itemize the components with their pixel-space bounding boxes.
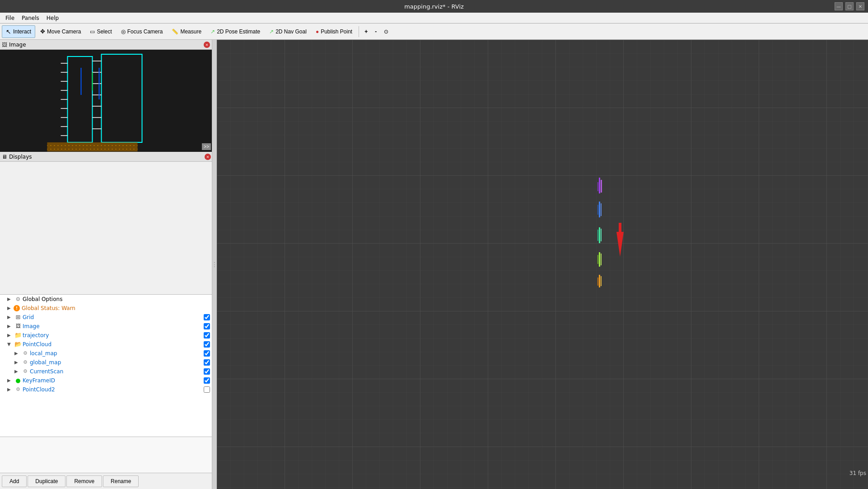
maximize-button[interactable]: □ bbox=[845, 2, 854, 10]
display-item-grid[interactable]: ▶ ⊞ Grid bbox=[0, 313, 212, 322]
measure-button[interactable]: 📏 Measure bbox=[168, 25, 205, 38]
svg-rect-34 bbox=[601, 229, 602, 241]
toggle-grid[interactable]: ▶ bbox=[7, 314, 14, 320]
label-currentscan: CurrentScan bbox=[30, 368, 204, 375]
image-panel-title: Image bbox=[9, 42, 26, 48]
grid-icon: ⊞ bbox=[14, 314, 22, 321]
toggle-pointcloud[interactable]: ▼ bbox=[7, 341, 14, 348]
svg-rect-40 bbox=[601, 276, 602, 286]
checkbox-image[interactable] bbox=[204, 323, 210, 329]
checkbox-grid[interactable] bbox=[204, 314, 210, 320]
label-pointcloud: PointCloud bbox=[23, 341, 204, 348]
titlebar: mapping.rviz* - RViz — □ ✕ bbox=[0, 0, 868, 13]
checkbox-keyframeid[interactable] bbox=[204, 377, 210, 384]
remove-button[interactable]: Remove bbox=[66, 475, 102, 487]
toggle-trajectory[interactable]: ▶ bbox=[7, 332, 14, 339]
display-item-global-status[interactable]: ▶ ! Global Status: Warn bbox=[0, 304, 212, 313]
display-item-pointcloud[interactable]: ▼ 📂 PointCloud bbox=[0, 340, 212, 349]
displays-panel-header: 🖥 Displays × bbox=[0, 152, 212, 162]
checkbox-trajectory[interactable] bbox=[204, 332, 210, 339]
toggle-image[interactable]: ▶ bbox=[7, 323, 14, 329]
menu-file[interactable]: File bbox=[2, 14, 18, 22]
svg-rect-30 bbox=[599, 202, 600, 217]
checkbox-currentscan[interactable] bbox=[204, 368, 210, 375]
pose-icon: ↗ bbox=[210, 28, 215, 35]
display-item-trajectory[interactable]: ▶ 📁 trajectory bbox=[0, 331, 212, 340]
toggle-keyframeid[interactable]: ▶ bbox=[7, 377, 14, 384]
toolbar: ↖ Interact ✥ Move Camera ▭ Select ◎ Focu… bbox=[0, 24, 868, 40]
svg-rect-28 bbox=[601, 180, 602, 193]
label-trajectory: trajectory bbox=[23, 332, 204, 339]
publish-point-button[interactable]: ● Publish Point bbox=[312, 25, 356, 38]
checkbox-global-map[interactable] bbox=[204, 359, 210, 366]
svg-rect-39 bbox=[599, 275, 600, 287]
nav-goal-button[interactable]: ↗ 2D Nav Goal bbox=[265, 25, 311, 38]
svg-rect-31 bbox=[601, 203, 602, 216]
menubar: File Panels Help bbox=[0, 13, 868, 24]
svg-rect-33 bbox=[599, 227, 600, 243]
point-icon: ● bbox=[316, 28, 319, 35]
displays-panel-close[interactable]: × bbox=[205, 154, 211, 160]
menu-panels[interactable]: Panels bbox=[18, 14, 43, 22]
checkbox-pointcloud2[interactable] bbox=[204, 386, 210, 393]
toolbar-separator bbox=[359, 26, 359, 37]
menu-help[interactable]: Help bbox=[43, 14, 62, 22]
display-item-global-options[interactable]: ▶ ⚙ Global Options bbox=[0, 295, 212, 304]
main-layout: 🖼 Image × bbox=[0, 40, 868, 489]
zoom-out-button[interactable]: - bbox=[372, 25, 380, 38]
svg-rect-35 bbox=[597, 230, 598, 241]
image-panel-close[interactable]: × bbox=[204, 42, 210, 48]
label-global-map: global_map bbox=[30, 359, 204, 366]
3d-view[interactable]: 31 fps bbox=[217, 40, 868, 489]
label-grid: Grid bbox=[23, 314, 204, 320]
properties-area bbox=[0, 437, 212, 473]
image-panel: 🖼 Image × bbox=[0, 40, 212, 152]
displays-list: ▶ ⚙ Global Options ▶ ! Global Status: Wa… bbox=[0, 295, 212, 437]
zoom-reset-button[interactable]: ⊙ bbox=[381, 25, 392, 38]
focus-camera-button[interactable]: ◎ Focus Camera bbox=[117, 25, 167, 38]
checkbox-local-map[interactable] bbox=[204, 350, 210, 357]
gear-icon-global-map: ⚙ bbox=[22, 359, 29, 366]
ruler-icon: 📏 bbox=[172, 28, 178, 35]
svg-rect-32 bbox=[597, 205, 598, 215]
display-item-keyframeid[interactable]: ▶ ● KeyFrameID bbox=[0, 376, 212, 385]
zoom-in-button[interactable]: + bbox=[361, 25, 371, 38]
svg-rect-38 bbox=[597, 255, 598, 264]
svg-rect-41 bbox=[597, 277, 598, 286]
checkbox-pointcloud[interactable] bbox=[204, 341, 210, 348]
toggle-pointcloud2[interactable]: ▶ bbox=[7, 386, 14, 393]
move-camera-button[interactable]: ✥ Move Camera bbox=[36, 25, 85, 38]
displays-panel-icon: 🖥 bbox=[2, 154, 7, 160]
add-button[interactable]: Add bbox=[2, 475, 27, 487]
grid-visualization bbox=[217, 40, 868, 489]
point-cluster-cyan bbox=[597, 227, 602, 243]
minimize-button[interactable]: — bbox=[835, 2, 843, 10]
displays-panel: 🖥 Displays × bbox=[0, 152, 212, 295]
folder-icon-trajectory: 📁 bbox=[14, 332, 22, 339]
toggle-global-options[interactable]: ▶ bbox=[7, 296, 14, 302]
gear-icon-local-map: ⚙ bbox=[22, 350, 29, 357]
display-item-pointcloud2[interactable]: ▶ ⚙ PointCloud2 bbox=[0, 385, 212, 394]
cursor-icon: ↖ bbox=[6, 28, 11, 35]
displays-panel-title: Displays bbox=[9, 154, 32, 160]
expand-button[interactable]: >> bbox=[202, 143, 211, 150]
pose-estimate-button[interactable]: ↗ 2D Pose Estimate bbox=[206, 25, 264, 38]
title-text: mapping.rviz* - RViz bbox=[404, 3, 464, 10]
toggle-currentscan[interactable]: ▶ bbox=[14, 368, 21, 375]
toggle-global-status[interactable]: ▶ bbox=[7, 305, 14, 311]
rename-button[interactable]: Rename bbox=[103, 475, 139, 487]
label-local-map: local_map bbox=[30, 350, 204, 357]
svg-rect-23 bbox=[47, 142, 138, 151]
duplicate-button[interactable]: Duplicate bbox=[28, 475, 65, 487]
display-item-local-map[interactable]: ▶ ⚙ local_map bbox=[0, 349, 212, 358]
select-button[interactable]: ▭ Select bbox=[86, 25, 116, 38]
toggle-local-map[interactable]: ▶ bbox=[14, 350, 21, 357]
interact-button[interactable]: ↖ Interact bbox=[2, 25, 35, 38]
display-item-currentscan[interactable]: ▶ ⚙ CurrentScan bbox=[0, 367, 212, 376]
close-window-button[interactable]: ✕ bbox=[856, 2, 864, 10]
svg-rect-26 bbox=[217, 40, 868, 489]
display-item-global-map[interactable]: ▶ ⚙ global_map bbox=[0, 358, 212, 367]
display-item-image[interactable]: ▶ 🖼 Image bbox=[0, 322, 212, 331]
toggle-global-map[interactable]: ▶ bbox=[14, 359, 21, 366]
resize-handle[interactable] bbox=[212, 40, 217, 489]
